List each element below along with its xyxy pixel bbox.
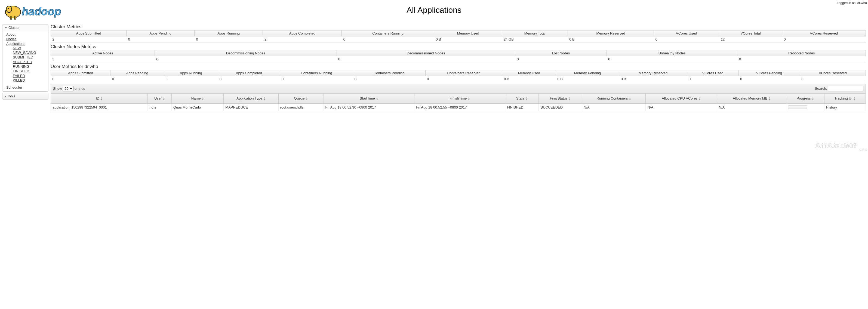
sidebar: ▼ Cluster About Nodes Applications NEWNE… bbox=[2, 24, 49, 111]
sidebar-link-state-failed[interactable]: FAILED bbox=[13, 74, 25, 78]
apps-column-header[interactable]: FinishTime▲▼ bbox=[414, 94, 505, 104]
sort-icon: ▲▼ bbox=[163, 97, 165, 101]
metrics-cell: 0 bbox=[607, 56, 737, 62]
sidebar-link-applications[interactable]: Applications bbox=[6, 42, 25, 46]
caret-right-icon: ▸ bbox=[5, 95, 6, 98]
metrics-cell: 0 bbox=[164, 76, 218, 82]
main-content: Cluster Metrics Apps SubmittedApps Pendi… bbox=[51, 24, 868, 111]
logged-in-as: Logged in as: dr.who bbox=[837, 1, 867, 5]
sort-icon: ▲▼ bbox=[100, 97, 102, 101]
apps-column-header[interactable]: ID▲▼ bbox=[51, 94, 148, 104]
metrics-header: Unhealthy Nodes bbox=[607, 50, 737, 56]
metrics-link[interactable]: 0 bbox=[338, 57, 340, 61]
metrics-header: Apps Submitted bbox=[51, 70, 111, 76]
column-label: Allocated CPU VCores bbox=[662, 96, 698, 100]
sort-icon: ▲▼ bbox=[768, 97, 771, 101]
apps-column-header[interactable]: Allocated Memory MB▲▼ bbox=[717, 94, 786, 104]
apps-column-header[interactable]: Running Containers▲▼ bbox=[582, 94, 646, 104]
metrics-header: Apps Running bbox=[194, 30, 262, 36]
metrics-header: Memory Pending bbox=[556, 70, 619, 76]
metrics-cell: 0 B bbox=[434, 36, 502, 42]
apps-column-header[interactable]: Application Type▲▼ bbox=[224, 94, 278, 104]
sidebar-link-state-finished[interactable]: FINISHED bbox=[13, 69, 29, 73]
metrics-header: Apps Running bbox=[164, 70, 218, 76]
search-input[interactable] bbox=[828, 86, 863, 91]
column-label: Tracking UI bbox=[834, 96, 852, 100]
datatable-controls: Show 20 entries Search: bbox=[51, 84, 866, 93]
cluster-metrics-table: Apps SubmittedApps PendingApps RunningAp… bbox=[51, 30, 866, 42]
cluster-nodes-metrics-title: Cluster Nodes Metrics bbox=[51, 44, 866, 50]
datatable-search: Search: bbox=[815, 86, 863, 91]
metrics-cell: 0 B bbox=[567, 36, 654, 42]
apps-column-header[interactable]: Progress▲▼ bbox=[786, 94, 824, 104]
metrics-header: Memory Reserved bbox=[619, 70, 687, 76]
apps-column-header[interactable]: Name▲▼ bbox=[172, 94, 223, 104]
app-tracking-link[interactable]: History bbox=[826, 105, 837, 110]
sidebar-toggle-cluster[interactable]: ▼ Cluster bbox=[2, 25, 48, 31]
svg-point-2 bbox=[8, 8, 9, 9]
app-progress bbox=[786, 103, 824, 111]
sidebar-link-state-new_saving[interactable]: NEW_SAVING bbox=[13, 51, 36, 55]
metrics-header: VCores Pending bbox=[739, 70, 800, 76]
metrics-cell: 0 bbox=[353, 76, 425, 82]
apps-column-header[interactable]: Tracking UI▲▼ bbox=[824, 94, 866, 104]
column-label: StartTime bbox=[360, 96, 375, 100]
cluster-nodes-metrics-table: Active NodesDecommissioning NodesDecommi… bbox=[51, 50, 866, 62]
metrics-cell: 24 GB bbox=[502, 36, 567, 42]
sort-icon: ▲▼ bbox=[264, 97, 266, 101]
sidebar-link-state-killed[interactable]: KILLED bbox=[13, 78, 25, 83]
metrics-link[interactable]: 3 bbox=[53, 57, 55, 61]
svg-point-1 bbox=[6, 6, 12, 12]
metrics-cell: 0 bbox=[342, 36, 434, 42]
apps-column-header[interactable]: Queue▲▼ bbox=[278, 94, 323, 104]
metrics-header: VCores Used bbox=[687, 70, 739, 76]
sidebar-link-state-running[interactable]: RUNNING bbox=[13, 64, 29, 68]
sort-icon: ▲▼ bbox=[202, 97, 204, 101]
length-select[interactable]: 20 bbox=[63, 86, 73, 91]
app-type: MAPREDUCE bbox=[224, 103, 278, 111]
sidebar-link-scheduler[interactable]: Scheduler bbox=[6, 85, 22, 90]
metrics-cell: 0 bbox=[739, 76, 800, 82]
metrics-cell: 0 bbox=[737, 56, 866, 62]
column-label: Allocated Memory MB bbox=[733, 96, 767, 100]
metrics-cell: 0 bbox=[111, 76, 164, 82]
sidebar-link-about[interactable]: About bbox=[6, 32, 16, 36]
metrics-cell: 0 bbox=[654, 36, 719, 42]
metrics-cell: 3 bbox=[51, 56, 155, 62]
sidebar-panel-cluster: ▼ Cluster About Nodes Applications NEWNE… bbox=[2, 24, 49, 92]
apps-column-header[interactable]: Allocated CPU VCores▲▼ bbox=[646, 94, 717, 104]
apps-column-header[interactable]: State▲▼ bbox=[505, 94, 539, 104]
app-name: QuasiMonteCarlo bbox=[172, 103, 223, 111]
sidebar-link-state-accepted[interactable]: ACCEPTED bbox=[13, 60, 32, 64]
metrics-header: Active Nodes bbox=[51, 50, 155, 56]
sidebar-link-nodes[interactable]: Nodes bbox=[6, 37, 17, 41]
metrics-link[interactable]: 0 bbox=[156, 57, 158, 61]
sidebar-toggle-tools[interactable]: ▸ Tools bbox=[2, 93, 48, 99]
apps-column-header[interactable]: User▲▼ bbox=[148, 94, 172, 104]
column-label: User bbox=[154, 96, 162, 100]
sidebar-link-state-submitted[interactable]: SUBMITTED bbox=[13, 55, 33, 59]
applications-table: ID▲▼User▲▼Name▲▼Application Type▲▼Queue▲… bbox=[51, 93, 866, 111]
metrics-cell: 0 bbox=[218, 76, 280, 82]
metrics-header: Containers Running bbox=[280, 70, 353, 76]
apps-column-header[interactable]: FinalStatus▲▼ bbox=[539, 94, 582, 104]
app-queue: root.users.hdfs bbox=[278, 103, 323, 111]
metrics-link[interactable]: 0 bbox=[608, 57, 610, 61]
metrics-header: Rebooted Nodes bbox=[737, 50, 866, 56]
metrics-link[interactable]: 0 bbox=[739, 57, 741, 61]
caret-down-icon: ▼ bbox=[5, 26, 7, 29]
app-finish: Fri Aug 18 00:52:55 +0800 2017 bbox=[414, 103, 505, 111]
metrics-cell: 0 bbox=[782, 36, 866, 42]
apps-column-header[interactable]: StartTime▲▼ bbox=[323, 94, 414, 104]
metrics-link[interactable]: 0 bbox=[517, 57, 519, 61]
sidebar-tools-label: Tools bbox=[7, 94, 15, 98]
app-id-link[interactable]: application_1502987322594_0001 bbox=[53, 105, 107, 110]
cluster-metrics-title: Cluster Metrics bbox=[51, 24, 866, 30]
metrics-header: Containers Reserved bbox=[425, 70, 502, 76]
metrics-cell: 0 B bbox=[556, 76, 619, 82]
sort-icon: ▲▼ bbox=[525, 97, 528, 101]
column-label: Progress bbox=[797, 96, 811, 100]
metrics-header: Apps Submitted bbox=[51, 30, 126, 36]
sidebar-link-state-new[interactable]: NEW bbox=[13, 46, 21, 50]
metrics-header: Memory Used bbox=[502, 70, 556, 76]
